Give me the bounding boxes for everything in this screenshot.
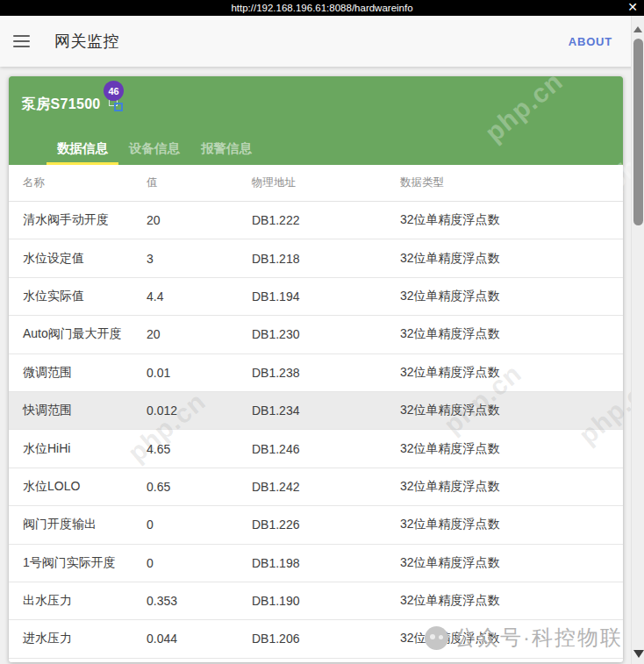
table-row[interactable]: 清水阀手动开度 20 DB1.222 32位单精度浮点数 xyxy=(9,202,623,239)
cell-value: 0.012 xyxy=(147,403,252,418)
cell-value: 20 xyxy=(147,213,252,227)
table-row[interactable]: 进水压力 0.044 DB1.206 32位单精度浮点数 xyxy=(9,620,623,658)
cell-name: 快调范围 xyxy=(23,403,147,418)
cell-name: 微调范围 xyxy=(23,365,147,381)
table-row[interactable]: 阀门开度输出 0 DB1.226 32位单精度浮点数 xyxy=(9,506,623,544)
device-card: 泵房S71500 46 数据信息 设备信息 报警信息 名称 值 物理地址 数据类… xyxy=(9,76,623,662)
cell-value: 20 xyxy=(147,327,252,341)
cell-name: 水位HiHi xyxy=(23,441,147,457)
cell-value: 0.044 xyxy=(147,632,252,646)
cell-address: DB1.190 xyxy=(252,594,400,608)
cell-name: 水位LOLO xyxy=(23,479,147,495)
cell-address: DB1.230 xyxy=(252,327,400,341)
page-title: 网关监控 xyxy=(54,31,119,52)
vertical-scrollbar[interactable] xyxy=(631,16,644,664)
cell-type: 32位单精度浮点数 xyxy=(400,212,623,228)
cell-value: 0.01 xyxy=(147,366,252,380)
column-header-value: 值 xyxy=(147,175,252,190)
device-name: 泵房S71500 xyxy=(22,96,101,114)
cell-type: 32位单精度浮点数 xyxy=(400,365,623,381)
table-row[interactable]: 1号阀门实际开度 0 DB1.198 32位单精度浮点数 xyxy=(9,545,623,582)
table-row[interactable]: 出水压力 0.353 DB1.190 32位单精度浮点数 xyxy=(9,582,623,620)
column-header-name: 名称 xyxy=(23,175,147,190)
cell-name: 水位实际值 xyxy=(23,289,147,304)
menu-icon[interactable] xyxy=(13,35,30,47)
cell-name: 1号阀门实际开度 xyxy=(23,555,147,571)
tab-data-info[interactable]: 数据信息 xyxy=(47,132,118,165)
cell-type: 32位单精度浮点数 xyxy=(400,479,623,495)
cell-name: 出水压力 xyxy=(23,593,147,609)
scrollbar-thumb[interactable] xyxy=(633,39,643,225)
cell-value: 4.65 xyxy=(147,442,252,456)
cell-address: DB1.218 xyxy=(252,252,400,266)
cell-type: 32位单精度浮点数 xyxy=(400,403,623,418)
cell-name: 进水压力 xyxy=(23,631,147,646)
cell-name: 水位设定值 xyxy=(23,251,147,267)
cell-value: 0.65 xyxy=(147,480,252,494)
cell-value: 4.4 xyxy=(147,289,252,303)
cell-address: DB1.238 xyxy=(252,366,400,380)
tab-alarm-info[interactable]: 报警信息 xyxy=(190,132,262,165)
cell-address: DB1.226 xyxy=(252,518,400,532)
cell-address: DB1.234 xyxy=(252,403,400,418)
url-bar: http://192.168.196.61:8088/hardwareinfo … xyxy=(0,0,644,16)
table-row[interactable]: Auto阀门最大开度 20 DB1.230 32位单精度浮点数 xyxy=(9,316,623,353)
column-header-type: 数据类型 xyxy=(400,175,623,190)
table-row[interactable]: 水位实际值 4.4 DB1.194 32位单精度浮点数 xyxy=(9,278,623,316)
about-link[interactable]: ABOUT xyxy=(569,35,612,48)
cell-type: 32位单精度浮点数 xyxy=(400,441,623,457)
cell-name: 阀门开度输出 xyxy=(23,517,147,532)
table-body: 清水阀手动开度 20 DB1.222 32位单精度浮点数 水位设定值 3 DB1… xyxy=(9,202,623,659)
table-row[interactable]: 水位LOLO 0.65 DB1.242 32位单精度浮点数 xyxy=(9,468,623,506)
url-text: http://192.168.196.61:8088/hardwareinfo xyxy=(231,3,412,13)
close-icon[interactable]: ✕ xyxy=(626,0,640,16)
cell-value: 0 xyxy=(147,556,252,570)
cell-value: 3 xyxy=(147,252,252,266)
cell-value: 0.353 xyxy=(147,594,252,608)
cell-type: 32位单精度浮点数 xyxy=(400,555,623,571)
cell-address: DB1.222 xyxy=(252,213,400,227)
tab-device-info[interactable]: 设备信息 xyxy=(118,132,190,165)
table-header: 名称 值 物理地址 数据类型 xyxy=(9,165,623,202)
column-header-address: 物理地址 xyxy=(252,175,400,190)
cell-name: Auto阀门最大开度 xyxy=(23,326,147,342)
cell-value: 0 xyxy=(147,518,252,532)
cell-type: 32位单精度浮点数 xyxy=(400,593,623,609)
cell-address: DB1.198 xyxy=(252,556,400,570)
table-row[interactable]: 水位HiHi 4.65 DB1.246 32位单精度浮点数 xyxy=(9,430,623,468)
cell-address: DB1.246 xyxy=(252,442,400,456)
tab-bar: 数据信息 设备信息 报警信息 xyxy=(47,132,262,165)
app-toolbar: 网关监控 ABOUT xyxy=(0,16,644,67)
table-row[interactable]: 水位设定值 3 DB1.218 32位单精度浮点数 xyxy=(9,239,623,277)
table-row[interactable]: 快调范围 0.012 DB1.234 32位单精度浮点数 xyxy=(9,392,623,430)
cell-type: 32位单精度浮点数 xyxy=(400,326,623,342)
cell-name: 清水阀手动开度 xyxy=(23,212,147,228)
card-header: 泵房S71500 46 数据信息 设备信息 报警信息 xyxy=(9,76,623,165)
cell-address: DB1.242 xyxy=(252,480,400,494)
cell-type: 32位单精度浮点数 xyxy=(400,251,623,267)
table-row[interactable]: 微调范围 0.01 DB1.238 32位单精度浮点数 xyxy=(9,354,623,392)
cell-type: 32位单精度浮点数 xyxy=(400,631,623,646)
tag-count-badge: 46 xyxy=(104,81,124,101)
scroll-down-arrow-icon[interactable] xyxy=(633,650,644,658)
cell-address: DB1.194 xyxy=(252,289,400,303)
scroll-up-arrow-icon[interactable] xyxy=(633,26,642,32)
cell-type: 32位单精度浮点数 xyxy=(400,517,623,532)
cell-type: 32位单精度浮点数 xyxy=(400,289,623,304)
cell-address: DB1.206 xyxy=(252,632,400,646)
